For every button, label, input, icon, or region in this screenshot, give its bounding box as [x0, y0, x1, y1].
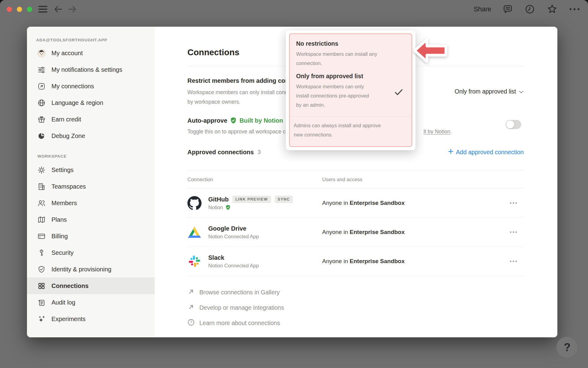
sidebar-item-notifications-settings[interactable]: My notifications & settings	[27, 61, 155, 78]
table-row-github[interactable]: GitHub LINK PREVIEW SYNC Notion	[187, 189, 524, 218]
sidebar-item-connections[interactable]: Connections	[27, 278, 155, 294]
zoom-window-button[interactable]	[27, 7, 32, 12]
built-by-notion-badge: Built by Notion	[239, 117, 283, 124]
users-and-access-value: Anyone in Enterprise Sandbox	[322, 258, 405, 265]
sidebar-item-language-region[interactable]: Language & region	[27, 94, 155, 111]
sidebar-item-label: Language & region	[51, 99, 103, 106]
built-by-notion-link[interactable]: lt by Notion.	[424, 127, 452, 136]
sliders-icon	[37, 66, 46, 74]
column-header-users-access: Users and access	[322, 177, 362, 182]
menu-option-only-approved-list[interactable]: Only from approved list Workspace member…	[290, 71, 412, 109]
map-icon	[37, 216, 46, 224]
chevron-down-icon	[519, 88, 524, 95]
sidebar-item-label: Billing	[51, 233, 68, 240]
row-menu-icon[interactable]	[508, 259, 519, 264]
settings-dialog: ADA@TOOLSFORTHOUGHT.APP My account My no…	[27, 27, 557, 337]
sidebar-item-billing[interactable]: Billing	[27, 228, 155, 244]
sidebar-item-members[interactable]: Members	[27, 195, 155, 211]
sidebar-item-debug-zone[interactable]: Debug Zone	[27, 128, 155, 144]
sidebar-item-identity-provisioning[interactable]: Identity & provisioning	[27, 261, 155, 278]
titlebar: Share	[0, 0, 588, 18]
comments-icon[interactable]	[502, 0, 513, 18]
auto-approve-heading: Auto-approve	[187, 116, 227, 125]
sidebar-item-security[interactable]: Security	[27, 244, 155, 261]
verified-shield-icon	[230, 117, 237, 124]
sidebar-item-label: Audit log	[51, 299, 75, 306]
connection-name: GitHub	[208, 196, 229, 203]
table-row-slack[interactable]: Slack Notion Connected App Anyone in Ent…	[187, 247, 524, 276]
github-logo-icon	[187, 196, 202, 210]
restriction-dropdown-menu: No restrictions Workspace members can in…	[286, 30, 416, 150]
browse-gallery-link[interactable]: Browse connections in Gallery	[187, 285, 524, 300]
link-preview-badge: LINK PREVIEW	[232, 196, 271, 203]
external-arrow-icon	[187, 303, 195, 312]
sidebar-item-audit-log[interactable]: Audit log	[27, 294, 155, 311]
avatar	[37, 49, 46, 57]
share-button[interactable]: Share	[474, 0, 491, 18]
sidebar-item-teamspaces[interactable]: Teamspaces	[27, 178, 155, 195]
sidebar-item-label: My connections	[51, 83, 94, 90]
develop-integrations-link[interactable]: Develop or manage integrations	[187, 300, 524, 315]
sidebar-item-my-connections[interactable]: My connections	[27, 78, 155, 94]
connections-table: Connection Users and access GitHub	[187, 170, 524, 276]
gear-icon	[37, 166, 46, 174]
sidebar-item-label: Connections	[51, 282, 89, 289]
google-drive-logo-icon	[187, 225, 202, 239]
slack-logo-icon	[187, 254, 202, 268]
question-circle-icon: ?	[187, 319, 195, 328]
users-and-access-value: Anyone in Enterprise Sandbox	[322, 200, 405, 206]
row-menu-icon[interactable]	[508, 201, 519, 206]
minimize-window-button[interactable]	[17, 7, 22, 12]
plus-icon	[448, 149, 454, 156]
credit-card-icon	[37, 232, 46, 240]
sidebar-item-earn-credit[interactable]: Earn credit	[27, 111, 155, 128]
sidebar-item-label: Members	[51, 200, 77, 207]
add-approved-connection-button[interactable]: Add approved connection	[448, 149, 524, 156]
approved-connections-label: Approved connections	[187, 149, 254, 156]
footer-links: Browse connections in Gallery Develop or…	[187, 285, 524, 331]
connection-subtitle: Notion	[208, 205, 223, 210]
row-menu-icon[interactable]	[508, 230, 519, 235]
sidebar-item-plans[interactable]: Plans	[27, 211, 155, 228]
workspace-section-label: WORKSPACE	[37, 154, 155, 159]
sidebar-item-label: My notifications & settings	[51, 66, 122, 73]
menu-option-no-restrictions[interactable]: No restrictions Workspace members can in…	[290, 39, 412, 68]
auto-approve-toggle[interactable]	[506, 120, 521, 129]
svg-text:?: ?	[190, 320, 192, 324]
users-and-access-value: Anyone in Enterprise Sandbox	[322, 229, 405, 236]
restriction-dropdown-value: Only from approved list	[455, 88, 516, 95]
connection-subtitle: Notion Connected App	[208, 234, 259, 240]
connection-subtitle: Notion Connected App	[208, 263, 259, 269]
sparkles-icon	[37, 315, 46, 323]
verified-shield-icon	[225, 205, 231, 210]
gift-icon	[37, 115, 46, 124]
shield-check-icon	[37, 265, 46, 274]
building-icon	[37, 182, 46, 191]
sidebar-item-label: Identity & provisioning	[51, 266, 111, 273]
sidebar-item-label: My account	[51, 50, 83, 57]
globe-icon	[37, 99, 46, 107]
account-email: ADA@TOOLSFORTHOUGHT.APP	[36, 38, 155, 42]
table-row-google-drive[interactable]: Google Drive Notion Connected App Anyone…	[187, 218, 524, 247]
help-button[interactable]: ?	[556, 336, 578, 358]
sidebar-item-experiments[interactable]: Experiments	[27, 311, 155, 327]
hamburger-menu-icon[interactable]	[37, 0, 49, 18]
annotation-highlight: No restrictions Workspace members can in…	[289, 33, 412, 147]
sidebar-item-label: Experiments	[51, 316, 85, 323]
more-options-icon[interactable]	[569, 0, 580, 18]
sidebar-item-settings[interactable]: Settings	[27, 162, 155, 178]
close-window-button[interactable]	[7, 7, 12, 12]
back-arrow-icon[interactable]	[52, 0, 64, 18]
favorite-star-icon[interactable]	[546, 0, 558, 18]
arrow-square-icon	[37, 82, 46, 90]
share-label: Share	[474, 6, 491, 13]
forward-arrow-icon[interactable]	[66, 0, 78, 18]
sidebar-item-label: Debug Zone	[51, 132, 85, 140]
history-clock-icon[interactable]	[524, 0, 535, 18]
learn-more-link[interactable]: ? Learn more about connections	[187, 315, 524, 331]
sidebar-item-label: Teamspaces	[51, 183, 86, 190]
sidebar-item-my-account[interactable]: My account	[27, 45, 155, 61]
approved-connections-count: 3	[258, 149, 261, 155]
restriction-dropdown[interactable]: Only from approved list	[455, 88, 524, 95]
sidebar-item-label: Plans	[51, 216, 67, 223]
